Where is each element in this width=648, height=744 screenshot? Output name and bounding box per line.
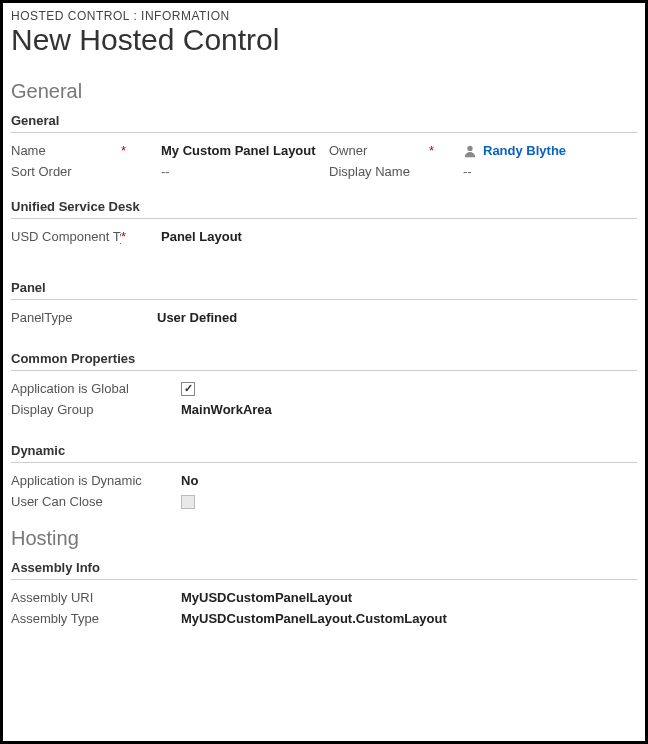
required-marker: * [121,229,133,244]
assembly-uri-value: MyUSDCustomPanelLayout [181,590,352,605]
assembly-type-label: Assembly Type [11,611,181,626]
subsection-general-title: General [11,113,637,133]
display-group-label: Display Group [11,402,181,417]
field-display-group[interactable]: Display Group MainWorkArea [11,402,637,417]
section-hosting-title: Hosting [11,527,637,550]
usd-component-value: Panel Layout [161,229,242,244]
required-marker: * [429,143,441,158]
subsection-common: Common Properties Application is Global … [11,351,637,417]
usd-component-label: USD Component Type [11,229,121,244]
user-close-checkbox[interactable] [181,495,195,509]
name-value: My Custom Panel Layout [161,143,316,158]
subsection-panel-title: Panel [11,280,637,300]
user-close-label: User Can Close [11,494,181,509]
assembly-uri-label: Assembly URI [11,590,181,605]
subsection-assembly-title: Assembly Info [11,560,637,580]
owner-link[interactable]: Randy Blythe [483,143,566,158]
display-name-label: Display Name [329,164,429,179]
subsection-general: General Name * My Custom Panel Layout Ow… [11,113,637,179]
page-title: New Hosted Control [11,23,637,56]
field-app-global[interactable]: Application is Global [11,381,637,396]
name-label: Name [11,143,121,158]
assembly-type-value: MyUSDCustomPanelLayout.CustomLayout [181,611,447,626]
field-usd-component[interactable]: USD Component Type * Panel Layout [11,229,637,244]
form-frame: HOSTED CONTROL : INFORMATION New Hosted … [0,0,648,744]
display-group-value: MainWorkArea [181,402,272,417]
field-assembly-uri[interactable]: Assembly URI MyUSDCustomPanelLayout [11,590,637,605]
field-display-name[interactable]: Display Name -- [319,164,637,179]
app-global-label: Application is Global [11,381,181,396]
owner-label: Owner [329,143,429,158]
panel-type-label: PanelType [11,310,157,325]
field-panel-type[interactable]: PanelType User Defined [11,310,637,325]
section-general-title: General [11,80,637,103]
app-dynamic-value: No [181,473,198,488]
person-icon [463,144,477,158]
app-dynamic-label: Application is Dynamic [11,473,181,488]
field-sort-order[interactable]: Sort Order -- [11,164,319,179]
field-owner[interactable]: Owner * Randy Blythe [319,143,637,158]
field-assembly-type[interactable]: Assembly Type MyUSDCustomPanelLayout.Cus… [11,611,637,626]
sort-order-value: -- [161,164,170,179]
panel-type-value: User Defined [157,310,237,325]
subsection-common-title: Common Properties [11,351,637,371]
svg-point-0 [467,145,472,150]
subsection-usd-title: Unified Service Desk [11,199,637,219]
field-user-can-close[interactable]: User Can Close [11,494,637,509]
subsection-panel: Panel PanelType User Defined [11,280,637,325]
sort-order-label: Sort Order [11,164,121,179]
row-name-owner: Name * My Custom Panel Layout Owner * R [11,143,637,158]
subsection-dynamic-title: Dynamic [11,443,637,463]
breadcrumb: HOSTED CONTROL : INFORMATION [11,9,637,23]
subsection-usd: Unified Service Desk USD Component Type … [11,189,637,244]
row-sortorder-displayname: Sort Order -- Display Name -- [11,164,637,179]
required-marker: * [121,143,133,158]
subsection-assembly: Assembly Info Assembly URI MyUSDCustomPa… [11,560,637,626]
display-name-value: -- [463,164,472,179]
field-name[interactable]: Name * My Custom Panel Layout [11,143,319,158]
app-global-checkbox[interactable] [181,382,195,396]
field-app-dynamic[interactable]: Application is Dynamic No [11,473,637,488]
subsection-dynamic: Dynamic Application is Dynamic No User C… [11,443,637,509]
